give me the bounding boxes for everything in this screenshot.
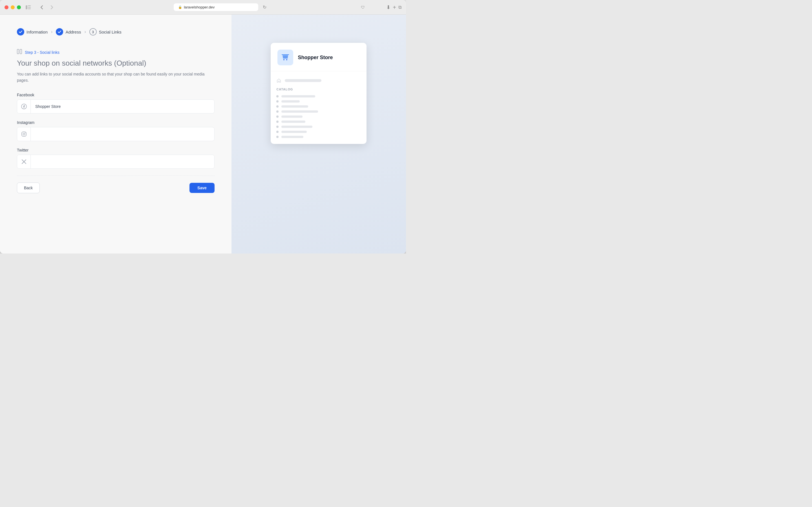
catalog-line-1 bbox=[282, 95, 315, 98]
new-tab-button[interactable]: + bbox=[393, 4, 396, 10]
preview-body: CATALOG bbox=[271, 71, 366, 144]
step-1-check bbox=[17, 28, 24, 36]
catalog-item-7 bbox=[276, 124, 361, 129]
facebook-icon bbox=[17, 100, 31, 113]
instagram-input-wrapper bbox=[17, 127, 214, 141]
instagram-icon bbox=[17, 127, 31, 141]
traffic-lights bbox=[4, 5, 21, 9]
preview-header: Shopper Store bbox=[271, 43, 366, 71]
catalog-line-7 bbox=[282, 126, 312, 128]
step-1-2-separator: › bbox=[51, 29, 52, 34]
instagram-label: Instagram bbox=[17, 120, 214, 125]
preview-panel: Shopper Store CATALOG bbox=[232, 15, 406, 253]
sidebar-toggle[interactable] bbox=[24, 3, 32, 11]
catalog-dot-8 bbox=[276, 131, 278, 133]
svg-point-11 bbox=[283, 59, 285, 60]
forward-nav-button[interactable] bbox=[48, 3, 56, 11]
address-bar[interactable]: 🔒 laravelshopper.dev bbox=[174, 3, 258, 11]
catalog-dot-1 bbox=[276, 95, 278, 98]
instagram-input[interactable] bbox=[31, 128, 214, 140]
catalog-dot-7 bbox=[276, 126, 278, 128]
tabs-overview-button[interactable]: ⧉ bbox=[398, 5, 402, 10]
lock-icon: 🔒 bbox=[178, 5, 182, 9]
back-nav-button[interactable] bbox=[38, 3, 46, 11]
twitter-label: Twitter bbox=[17, 148, 214, 152]
facebook-label: Facebook bbox=[17, 93, 214, 97]
preview-nav-home bbox=[276, 76, 361, 86]
minimize-button[interactable] bbox=[11, 5, 15, 9]
button-row: Back Save bbox=[17, 182, 214, 193]
svg-rect-0 bbox=[26, 5, 28, 9]
svg-rect-5 bbox=[20, 49, 22, 54]
catalog-dot-3 bbox=[276, 105, 278, 108]
step-tag: Step 3 - Social links bbox=[25, 50, 59, 55]
facebook-input-wrapper bbox=[17, 100, 214, 114]
home-icon bbox=[276, 78, 282, 83]
catalog-dot-4 bbox=[276, 110, 278, 113]
catalog-label: CATALOG bbox=[276, 88, 361, 91]
catalog-item-3 bbox=[276, 104, 361, 109]
catalog-item-2 bbox=[276, 99, 361, 104]
step-1-item: Information bbox=[17, 28, 48, 36]
svg-rect-2 bbox=[28, 7, 31, 8]
svg-point-12 bbox=[286, 59, 287, 60]
catalog-dot-9 bbox=[276, 136, 278, 138]
step-3-number: 3 bbox=[89, 28, 97, 36]
browser-nav bbox=[38, 3, 56, 11]
svg-point-8 bbox=[23, 133, 25, 135]
back-button[interactable]: Back bbox=[17, 182, 40, 193]
columns-icon bbox=[17, 49, 22, 55]
shield-icon: 🛡 bbox=[361, 5, 365, 10]
browser-titlebar: 🛡 🔒 laravelshopper.dev ↻ ⬇ + ⧉ bbox=[0, 0, 406, 15]
form-title: Your shop on social networks (Optional) bbox=[17, 59, 214, 68]
reload-button[interactable]: ↻ bbox=[260, 3, 268, 11]
step-3-item: 3 Social Links bbox=[89, 28, 121, 36]
instagram-field-group: Instagram bbox=[17, 120, 214, 141]
form-divider bbox=[17, 175, 214, 176]
url-text: laravelshopper.dev bbox=[184, 5, 214, 9]
browser-content: Information › Address › 3 Social Links bbox=[0, 15, 406, 253]
close-button[interactable] bbox=[4, 5, 8, 9]
nav-home-line bbox=[285, 79, 321, 82]
facebook-field-group: Facebook bbox=[17, 93, 214, 114]
catalog-item-5 bbox=[276, 114, 361, 119]
catalog-line-4 bbox=[282, 110, 318, 113]
preview-card: Shopper Store CATALOG bbox=[271, 43, 366, 144]
step-indicator: Step 3 - Social links bbox=[17, 49, 214, 55]
svg-rect-7 bbox=[22, 132, 26, 136]
browser-actions: ⬇ + ⧉ bbox=[386, 4, 402, 10]
catalog-dot-5 bbox=[276, 115, 278, 118]
catalog-line-6 bbox=[282, 121, 305, 123]
address-bar-area: 🛡 🔒 laravelshopper.dev ↻ bbox=[59, 3, 383, 11]
catalog-line-5 bbox=[282, 115, 303, 118]
facebook-input[interactable] bbox=[31, 101, 214, 112]
catalog-line-9 bbox=[282, 136, 303, 138]
store-logo bbox=[277, 50, 293, 65]
catalog-item-4 bbox=[276, 109, 361, 114]
step-3-label: Social Links bbox=[99, 30, 121, 34]
catalog-item-9 bbox=[276, 134, 361, 139]
catalog-item-1 bbox=[276, 94, 361, 99]
catalog-line-8 bbox=[282, 131, 307, 133]
stepper: Information › Address › 3 Social Links bbox=[17, 28, 214, 36]
svg-rect-1 bbox=[28, 5, 31, 6]
twitter-x-icon bbox=[17, 155, 31, 168]
twitter-field-group: Twitter bbox=[17, 148, 214, 169]
catalog-item-6 bbox=[276, 119, 361, 124]
catalog-dot-2 bbox=[276, 100, 278, 103]
catalog-line-2 bbox=[282, 100, 300, 103]
store-name: Shopper Store bbox=[298, 55, 333, 61]
twitter-input-wrapper bbox=[17, 155, 214, 169]
maximize-button[interactable] bbox=[17, 5, 21, 9]
catalog-line-3 bbox=[282, 105, 308, 108]
twitter-input[interactable] bbox=[31, 156, 214, 167]
svg-rect-4 bbox=[17, 49, 19, 54]
step-2-label: Address bbox=[65, 30, 81, 34]
step-2-check bbox=[56, 28, 63, 36]
catalog-item-8 bbox=[276, 129, 361, 134]
catalog-dot-6 bbox=[276, 121, 278, 123]
save-button[interactable]: Save bbox=[190, 183, 214, 193]
download-button[interactable]: ⬇ bbox=[386, 4, 391, 10]
browser-window: 🛡 🔒 laravelshopper.dev ↻ ⬇ + ⧉ bbox=[0, 0, 406, 253]
svg-point-9 bbox=[25, 132, 26, 133]
